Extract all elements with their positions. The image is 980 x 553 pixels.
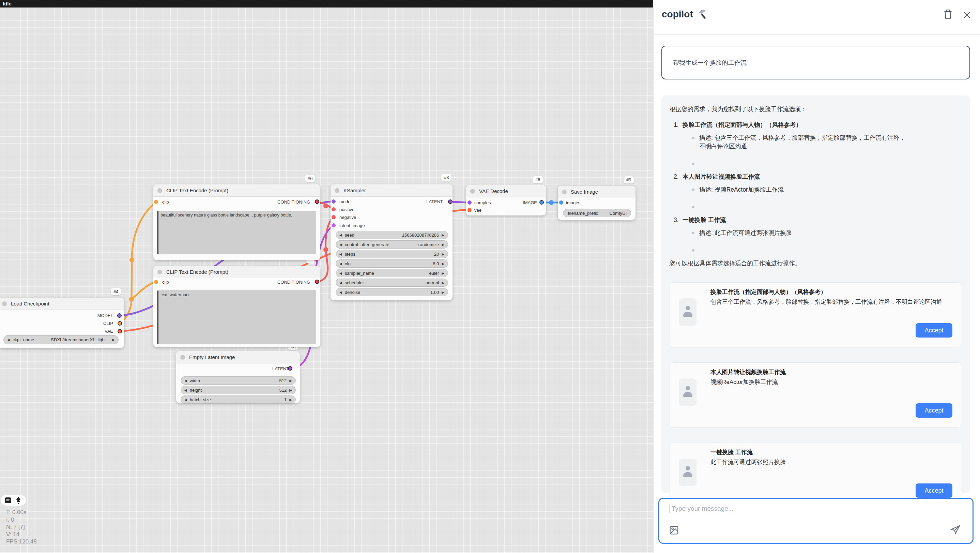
node-header[interactable]: KSampler — [331, 185, 452, 197]
widget-filename-prefix[interactable]: filename_prefix ComfyUI — [563, 209, 631, 217]
output-dot-image[interactable] — [539, 200, 544, 204]
send-message-button[interactable] — [950, 524, 961, 537]
input-dot-negative[interactable] — [332, 215, 336, 219]
input-label-clip: clip — [162, 280, 169, 285]
widget-left-arrow-icon[interactable]: ◀ — [7, 338, 10, 342]
widget-left-arrow-icon[interactable]: ◀ — [339, 252, 342, 256]
input-dot-latent-image[interactable] — [332, 223, 336, 228]
output-dot-model[interactable] — [117, 313, 122, 318]
widget-right-arrow-icon[interactable]: ▶ — [442, 281, 444, 285]
widget-right-arrow-icon[interactable]: ▶ — [289, 398, 292, 402]
widget-batch-size[interactable]: ◀ batch_size 1 ▶ — [181, 395, 296, 404]
node-save-image[interactable]: Save Image images filename_prefix ComfyU… — [558, 186, 635, 220]
node-empty-latent-image[interactable]: Empty Latent Image LATENT ◀ width 512 ▶ … — [176, 351, 300, 403]
widget-left-arrow-icon[interactable]: ◀ — [185, 379, 187, 382]
widget-left-arrow-icon[interactable]: ◀ — [339, 281, 342, 285]
input-dot-samples[interactable] — [468, 201, 472, 204]
accept-button[interactable]: Accept — [916, 483, 952, 498]
widget-left-arrow-icon[interactable]: ◀ — [339, 271, 342, 275]
reroute-dot[interactable] — [549, 200, 554, 205]
widget-denoise[interactable]: ◀ denoise 1.00 ▶ — [336, 288, 448, 296]
widget-right-arrow-icon[interactable]: ▶ — [112, 338, 115, 342]
widget-right-arrow-icon[interactable]: ▶ — [442, 290, 444, 294]
widget-seed[interactable]: ◀ seed 156680208700286 ▶ — [336, 231, 448, 239]
bullet-dot-icon — [692, 188, 694, 191]
widget-control-after-generate[interactable]: ◀ control_after_generate randomize ▶ — [336, 241, 448, 249]
node-title: CLIP Text Encode (Prompt) — [166, 188, 228, 193]
node-header[interactable]: VAE Decode — [466, 185, 546, 198]
widget-left-arrow-icon[interactable]: ◀ — [339, 233, 342, 237]
input-dot-vae[interactable] — [468, 208, 472, 212]
widget-right-arrow-icon[interactable]: ▶ — [442, 262, 444, 266]
empty-bullet — [692, 246, 962, 252]
bullet-dot-icon — [692, 232, 694, 234]
accept-button[interactable]: Accept — [916, 403, 952, 418]
option-number: 2. — [674, 172, 682, 181]
node-ksampler[interactable]: KSampler model positive negative latent_… — [331, 185, 452, 300]
widget-steps[interactable]: ◀ steps 20 ▶ — [336, 250, 448, 258]
reroute-dot[interactable] — [323, 247, 328, 252]
node-header[interactable]: Save Image — [558, 186, 635, 198]
node-header[interactable]: CLIP Text Encode (Prompt) — [153, 185, 320, 197]
collapse-dot-icon[interactable] — [470, 189, 475, 194]
accept-button[interactable]: Accept — [916, 323, 952, 338]
collapse-dot-icon[interactable] — [335, 188, 339, 193]
prompt-textarea[interactable]: text, watermark — [158, 290, 316, 344]
widget-right-arrow-icon[interactable]: ▶ — [442, 252, 444, 256]
chat-input-box[interactable]: Type your message... — [658, 498, 974, 544]
input-dot-model[interactable] — [332, 199, 336, 204]
node-header[interactable]: CLIP Text Encode (Prompt) — [153, 266, 320, 278]
output-dot-conditioning[interactable] — [315, 199, 319, 204]
widget-height[interactable]: ◀ height 512 ▶ — [181, 386, 296, 394]
output-dot-conditioning[interactable] — [315, 280, 319, 284]
collapse-dot-icon[interactable] — [562, 190, 567, 194]
list-panel-icon[interactable] — [5, 497, 11, 503]
widget-right-arrow-icon[interactable]: ▶ — [442, 271, 444, 275]
input-dot-clip[interactable] — [154, 200, 158, 204]
widget-ckpt-name[interactable]: ◀ ckpt_name SDXL/dreamshaperXL_light... … — [3, 335, 119, 344]
node-clip-text-encode-positive[interactable]: CLIP Text Encode (Prompt) clip CONDITION… — [153, 185, 320, 260]
input-dot-positive[interactable] — [332, 207, 336, 211]
attach-image-button[interactable] — [669, 525, 679, 537]
collapse-dot-icon[interactable] — [2, 301, 7, 306]
reroute-dot[interactable] — [323, 204, 328, 208]
widget-sampler-name[interactable]: ◀ sampler_name euler ▶ — [336, 269, 448, 277]
widget-left-arrow-icon[interactable]: ◀ — [339, 290, 342, 294]
output-dot-latent[interactable] — [288, 366, 293, 371]
widget-right-arrow-icon[interactable]: ▶ — [442, 233, 444, 237]
output-dot-latent[interactable] — [448, 199, 452, 204]
node-load-checkpoint[interactable]: Load Checkpoint MODEL CLIP VAE ◀ ckpt_na… — [0, 298, 124, 348]
widget-cfg[interactable]: ◀ cfg 8.0 ▶ — [336, 260, 448, 268]
node-vae-decode[interactable]: VAE Decode samples vae IMAGE — [466, 185, 546, 215]
node-header[interactable]: Empty Latent Image — [176, 351, 300, 363]
person-icon-body — [683, 392, 692, 397]
reroute-dot[interactable] — [129, 297, 134, 302]
reroute-dot[interactable] — [129, 257, 134, 262]
clear-chat-button[interactable] — [941, 8, 955, 21]
widget-label: denoise — [345, 290, 430, 295]
close-panel-button[interactable] — [960, 8, 974, 22]
collapse-dot-icon[interactable] — [180, 355, 185, 360]
input-dot-clip[interactable] — [154, 280, 158, 284]
widget-left-arrow-icon[interactable]: ◀ — [185, 388, 187, 392]
widget-right-arrow-icon[interactable]: ▶ — [442, 243, 444, 247]
widget-value: 8.0 — [433, 261, 439, 266]
widget-right-arrow-icon[interactable]: ▶ — [289, 379, 292, 382]
input-label-model: model — [339, 199, 351, 204]
widget-left-arrow-icon[interactable]: ◀ — [185, 398, 187, 402]
collapse-dot-icon[interactable] — [158, 188, 162, 193]
collapse-dot-icon[interactable] — [158, 270, 162, 274]
widget-width[interactable]: ◀ width 512 ▶ — [181, 376, 296, 384]
node-canvas[interactable]: Idle ... #4 — [0, 0, 653, 553]
widget-left-arrow-icon[interactable]: ◀ — [339, 243, 342, 247]
node-clip-text-encode-negative[interactable]: CLIP Text Encode (Prompt) clip CONDITION… — [153, 266, 320, 347]
prompt-textarea[interactable]: beautiful scenery nature glass bottle la… — [158, 211, 316, 254]
widget-scheduler[interactable]: ◀ scheduler normal ▶ — [336, 279, 448, 287]
output-dot-clip[interactable] — [118, 321, 122, 325]
spade-icon[interactable] — [15, 497, 21, 504]
output-dot-vae[interactable] — [118, 329, 122, 333]
input-dot-images[interactable] — [559, 201, 563, 204]
widget-right-arrow-icon[interactable]: ▶ — [289, 388, 292, 392]
widget-left-arrow-icon[interactable]: ◀ — [339, 262, 342, 266]
node-header[interactable]: Load Checkpoint — [0, 298, 124, 310]
